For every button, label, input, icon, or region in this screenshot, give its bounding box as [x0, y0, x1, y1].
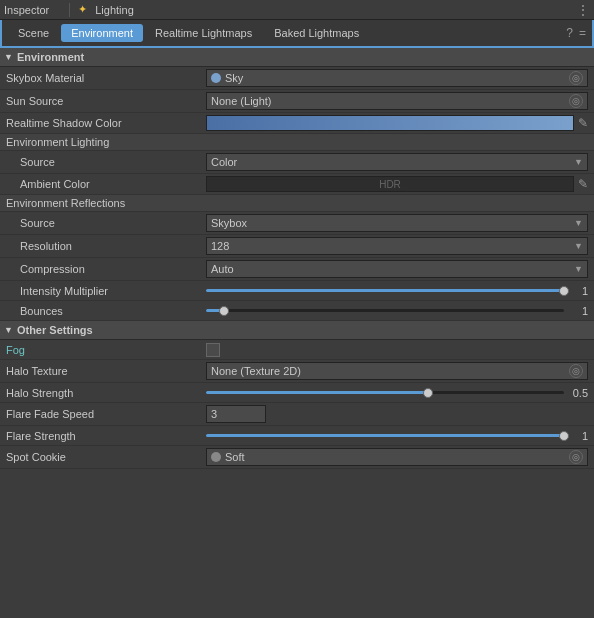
- spot-cookie-text: Soft: [225, 451, 245, 463]
- resolution-dropdown[interactable]: 128 ▼: [206, 237, 588, 255]
- halo-strength-slider-container: 0.5: [206, 387, 588, 399]
- compression-dropdown[interactable]: Auto ▼: [206, 260, 588, 278]
- skybox-material-field[interactable]: Sky ◎: [206, 69, 588, 87]
- environment-lighting-label: Environment Lighting: [6, 136, 109, 148]
- halo-strength-row: Halo Strength 0.5: [0, 383, 594, 403]
- intensity-row: Intensity Multiplier 1: [0, 281, 594, 301]
- halo-strength-slider-fill: [206, 391, 428, 394]
- environment-section-header: ▼ Environment: [0, 48, 594, 67]
- ambient-color-row: Ambient Color HDR ✎: [0, 174, 594, 195]
- flare-fade-value: [206, 405, 588, 423]
- halo-strength-label: Halo Strength: [6, 387, 206, 399]
- fog-checkbox[interactable]: [206, 343, 220, 357]
- bounces-value: 1: [206, 305, 588, 317]
- spot-cookie-field[interactable]: Soft ◎: [206, 448, 588, 466]
- flare-fade-input[interactable]: [206, 405, 266, 423]
- reflections-source-row: Source Skybox ▼: [0, 212, 594, 235]
- tab-baked-lightmaps[interactable]: Baked Lightmaps: [264, 24, 369, 42]
- tab-scene[interactable]: Scene: [8, 24, 59, 42]
- other-settings-arrow: ▼: [4, 325, 13, 335]
- flare-fade-row: Flare Fade Speed: [0, 403, 594, 426]
- lighting-tab[interactable]: ✦ Lighting: [78, 3, 576, 16]
- skybox-material-text: Sky: [225, 72, 243, 84]
- intensity-slider-container: 1: [206, 285, 588, 297]
- other-settings-section-header: ▼ Other Settings: [0, 321, 594, 340]
- hdr-label: HDR: [379, 179, 401, 190]
- halo-strength-value: 0.5: [206, 387, 588, 399]
- bounces-row: Bounces 1: [0, 301, 594, 321]
- tab-realtime-lightmaps[interactable]: Realtime Lightmaps: [145, 24, 262, 42]
- sun-source-row: Sun Source None (Light) ◎: [0, 90, 594, 113]
- compression-value: Auto ▼: [206, 260, 588, 278]
- halo-strength-slider-thumb[interactable]: [423, 388, 433, 398]
- fog-label: Fog: [6, 344, 206, 356]
- ambient-color-hdr-bar[interactable]: HDR: [206, 176, 574, 192]
- resolution-arrow: ▼: [574, 241, 583, 251]
- intensity-value: 1: [206, 285, 588, 297]
- sun-source-label: Sun Source: [6, 95, 206, 107]
- help-icon[interactable]: ?: [566, 26, 573, 40]
- realtime-shadow-label: Realtime Shadow Color: [6, 117, 206, 129]
- other-settings-label: Other Settings: [17, 324, 93, 336]
- intensity-slider-fill: [206, 289, 564, 292]
- environment-reflections-header: Environment Reflections: [0, 195, 594, 212]
- fog-value: [206, 343, 588, 357]
- bounces-slider-track[interactable]: [206, 309, 564, 312]
- halo-texture-row: Halo Texture None (Texture 2D) ◎: [0, 360, 594, 383]
- inspector-tab[interactable]: Inspector: [4, 4, 49, 16]
- realtime-shadow-color[interactable]: [206, 115, 574, 131]
- reflections-source-value: Skybox ▼: [206, 214, 588, 232]
- spot-cookie-dot: [211, 452, 221, 462]
- realtime-shadow-eyedropper[interactable]: ✎: [578, 116, 588, 130]
- reflections-source-dropdown[interactable]: Skybox ▼: [206, 214, 588, 232]
- header-menu-button[interactable]: ⋮: [576, 2, 590, 18]
- halo-strength-slider-track[interactable]: [206, 391, 564, 394]
- tab-bar: Scene Environment Realtime Lightmaps Bak…: [0, 20, 594, 48]
- settings-icon[interactable]: =: [579, 26, 586, 40]
- intensity-slider-thumb[interactable]: [559, 286, 569, 296]
- spot-cookie-pick-button[interactable]: ◎: [569, 450, 583, 464]
- compression-arrow: ▼: [574, 264, 583, 274]
- halo-texture-value: None (Texture 2D) ◎: [206, 362, 588, 380]
- reflections-source-label: Source: [6, 217, 206, 229]
- bounces-slider-thumb[interactable]: [219, 306, 229, 316]
- env-lighting-source-dropdown-text: Color: [211, 156, 237, 168]
- flare-strength-slider-thumb[interactable]: [559, 431, 569, 441]
- flare-strength-slider-track[interactable]: [206, 434, 564, 437]
- tab-environment[interactable]: Environment: [61, 24, 143, 42]
- flare-strength-row: Flare Strength 1: [0, 426, 594, 446]
- halo-strength-slider-value: 0.5: [568, 387, 588, 399]
- env-lighting-source-dropdown[interactable]: Color ▼: [206, 153, 588, 171]
- inspector-label: Inspector: [4, 4, 49, 16]
- env-lighting-source-value: Color ▼: [206, 153, 588, 171]
- sun-source-pick-button[interactable]: ◎: [569, 94, 583, 108]
- env-lighting-source-row: Source Color ▼: [0, 151, 594, 174]
- flare-strength-label: Flare Strength: [6, 430, 206, 442]
- halo-texture-pick-button[interactable]: ◎: [569, 364, 583, 378]
- intensity-slider-value: 1: [568, 285, 588, 297]
- reflections-source-arrow: ▼: [574, 218, 583, 228]
- compression-label: Compression: [6, 263, 206, 275]
- sun-source-value: None (Light) ◎: [206, 92, 588, 110]
- resolution-value: 128 ▼: [206, 237, 588, 255]
- environment-lighting-header: Environment Lighting: [0, 134, 594, 151]
- flare-fade-label: Flare Fade Speed: [6, 408, 206, 420]
- skybox-dot: [211, 73, 221, 83]
- skybox-material-row: Skybox Material Sky ◎: [0, 67, 594, 90]
- resolution-label: Resolution: [6, 240, 206, 252]
- lighting-icon: ✦: [78, 3, 87, 16]
- sun-source-text: None (Light): [211, 95, 272, 107]
- environment-reflections-label: Environment Reflections: [6, 197, 125, 209]
- resolution-row: Resolution 128 ▼: [0, 235, 594, 258]
- reflections-source-text: Skybox: [211, 217, 247, 229]
- ambient-color-eyedropper[interactable]: ✎: [578, 177, 588, 191]
- realtime-shadow-value: ✎: [206, 115, 588, 131]
- sun-source-field[interactable]: None (Light) ◎: [206, 92, 588, 110]
- skybox-material-label: Skybox Material: [6, 72, 206, 84]
- intensity-slider-track[interactable]: [206, 289, 564, 292]
- skybox-material-pick-button[interactable]: ◎: [569, 71, 583, 85]
- flare-strength-slider-fill: [206, 434, 564, 437]
- ambient-color-label: Ambient Color: [6, 178, 206, 190]
- halo-texture-field[interactable]: None (Texture 2D) ◎: [206, 362, 588, 380]
- spot-cookie-row: Spot Cookie Soft ◎: [0, 446, 594, 469]
